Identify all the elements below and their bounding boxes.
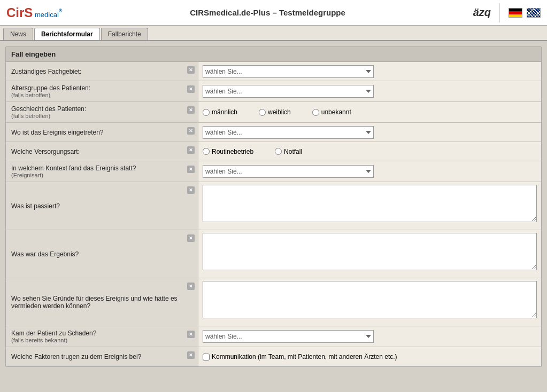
- form-container: Fall eingeben Zuständiges Fachgebiet: ✕ …: [5, 46, 542, 367]
- select-altersgruppe[interactable]: wählen Sie...: [203, 85, 374, 98]
- header-separator: [499, 3, 500, 22]
- clear-kontext[interactable]: ✕: [187, 166, 195, 173]
- label-schaden: Kam der Patient zu Schaden? (falls berei…: [6, 326, 198, 347]
- app-title: CIRSmedical.de-Plus – Testmeldegruppe: [62, 8, 473, 17]
- label-ergebnis: Was war das Ergebnis? ✕: [6, 230, 198, 278]
- radio-label-weiblich: weiblich: [268, 108, 291, 116]
- textarea-ergebnis[interactable]: [203, 233, 537, 270]
- radio-label-notfall: Notfall: [284, 148, 302, 155]
- app-header: CirS medical® CIRSmedical.de-Plus – Test…: [0, 0, 547, 26]
- row-gruende: Wo sehen Sie Gründe für dieses Ereignis …: [6, 278, 541, 326]
- input-gruende: [198, 278, 541, 326]
- clear-altersgruppe[interactable]: ✕: [187, 85, 195, 93]
- clear-faktoren[interactable]: ✕: [187, 351, 195, 359]
- input-versorgungsart: Routinebetrieb Notfall: [198, 142, 541, 161]
- radio-label-maennlich: männlich: [212, 108, 237, 116]
- select-fachgebiet[interactable]: wählen Sie...: [203, 65, 374, 78]
- input-was-passiert: [198, 182, 541, 230]
- radio-unbekannt[interactable]: unbekannt: [312, 108, 351, 116]
- label-geschlecht: Geschlecht des Patienten: (falls betroff…: [6, 102, 198, 122]
- checkbox-label-kommunikation: Kommunikation (im Team, mit Patienten, m…: [212, 353, 397, 360]
- row-geschlecht: Geschlecht des Patienten: (falls betroff…: [6, 102, 541, 123]
- logo-area: CirS medical®: [6, 5, 62, 20]
- label-gruende: Wo sehen Sie Gründe für dieses Ereignis …: [6, 278, 198, 326]
- row-was-passiert: Was ist passiert? ✕: [6, 182, 541, 230]
- row-kontext: In welchem Kontext fand das Ereignis sta…: [6, 161, 541, 182]
- textarea-was-passiert[interactable]: [203, 185, 537, 222]
- radio-input-maennlich[interactable]: [203, 109, 210, 116]
- row-versorgungsart: Welche Versorgungsart: ✕ Routinebetrieb …: [6, 142, 541, 161]
- radio-input-routinebetrieb[interactable]: [203, 148, 210, 155]
- label-altersgruppe: Altersgruppe des Patienten: (falls betro…: [6, 81, 198, 101]
- input-faktoren: Kommunikation (im Team, mit Patienten, m…: [198, 347, 541, 366]
- row-altersgruppe: Altersgruppe des Patienten: (falls betro…: [6, 81, 541, 102]
- input-geschlecht: männlich weiblich unbekannt: [198, 102, 541, 122]
- label-versorgungsart: Welche Versorgungsart: ✕: [6, 142, 198, 161]
- textarea-gruende[interactable]: [203, 281, 537, 318]
- radio-label-routinebetrieb: Routinebetrieb: [212, 148, 253, 155]
- radio-group-geschlecht: männlich weiblich unbekannt: [203, 108, 351, 116]
- label-fachgebiet: Zuständiges Fachgebiet: ✕: [6, 62, 198, 81]
- clear-fachgebiet[interactable]: ✕: [187, 66, 195, 74]
- row-ergebnis: Was war das Ergebnis? ✕: [6, 230, 541, 278]
- clear-schaden[interactable]: ✕: [187, 331, 195, 338]
- select-schaden[interactable]: wählen Sie...: [203, 330, 374, 343]
- radio-input-notfall[interactable]: [275, 148, 282, 155]
- tab-berichtsformular[interactable]: Berichtsformular: [34, 28, 100, 40]
- clear-was-passiert[interactable]: ✕: [187, 186, 195, 194]
- input-schaden: wählen Sie...: [198, 326, 541, 347]
- row-schaden: Kam der Patient zu Schaden? (falls berei…: [6, 326, 541, 347]
- label-kontext: In welchem Kontext fand das Ereignis sta…: [6, 161, 198, 182]
- input-ereignis-ort: wählen Sie...: [198, 123, 541, 142]
- nav-bar: News Berichtsformular Fallberichte: [0, 26, 547, 41]
- tab-news[interactable]: News: [3, 28, 33, 40]
- clear-ereignis-ort[interactable]: ✕: [187, 127, 195, 135]
- label-ereignis-ort: Wo ist das Ereignis eingetreten? ✕: [6, 123, 198, 142]
- flag-english[interactable]: [527, 8, 541, 18]
- label-was-passiert: Was ist passiert? ✕: [6, 182, 198, 230]
- radio-notfall[interactable]: Notfall: [275, 148, 302, 155]
- cirs-logo: CirS medical®: [6, 5, 62, 20]
- checkbox-kommunikation[interactable]: Kommunikation (im Team, mit Patienten, m…: [203, 353, 397, 360]
- select-ereignis-ort[interactable]: wählen Sie...: [203, 126, 374, 139]
- clear-versorgungsart[interactable]: ✕: [187, 146, 195, 154]
- radio-routinebetrieb[interactable]: Routinebetrieb: [203, 148, 253, 155]
- radio-maennlich[interactable]: männlich: [203, 108, 237, 116]
- label-faktoren: Welche Faktoren trugen zu dem Ereignis b…: [6, 347, 198, 366]
- radio-input-weiblich[interactable]: [259, 109, 266, 116]
- radio-weiblich[interactable]: weiblich: [259, 108, 291, 116]
- input-fachgebiet: wählen Sie...: [198, 62, 541, 81]
- input-altersgruppe: wählen Sie...: [198, 81, 541, 101]
- radio-input-unbekannt[interactable]: [312, 109, 319, 116]
- select-kontext[interactable]: wählen Sie...: [203, 165, 374, 178]
- form-title: Fall eingeben: [6, 47, 541, 62]
- clear-ergebnis[interactable]: ✕: [187, 234, 195, 242]
- row-faktoren: Welche Faktoren trugen zu dem Ereignis b…: [6, 347, 541, 366]
- radio-label-unbekannt: unbekannt: [321, 108, 351, 116]
- input-kontext: wählen Sie...: [198, 161, 541, 182]
- input-ergebnis: [198, 230, 541, 278]
- radio-group-versorgungsart: Routinebetrieb Notfall: [203, 148, 302, 155]
- header-logos: äzq: [473, 3, 541, 22]
- tab-fallberichte[interactable]: Fallberichte: [101, 28, 148, 40]
- clear-gruende[interactable]: ✕: [187, 283, 195, 290]
- checkbox-input-kommunikation[interactable]: [203, 354, 210, 360]
- row-ereignis-ort: Wo ist das Ereignis eingetreten? ✕ wähle…: [6, 123, 541, 142]
- clear-geschlecht[interactable]: ✕: [187, 106, 195, 114]
- main-content: Fall eingeben Zuständiges Fachgebiet: ✕ …: [0, 41, 547, 372]
- flag-german[interactable]: [509, 8, 522, 18]
- row-fachgebiet: Zuständiges Fachgebiet: ✕ wählen Sie...: [6, 62, 541, 81]
- azq-logo: äzq: [473, 6, 491, 19]
